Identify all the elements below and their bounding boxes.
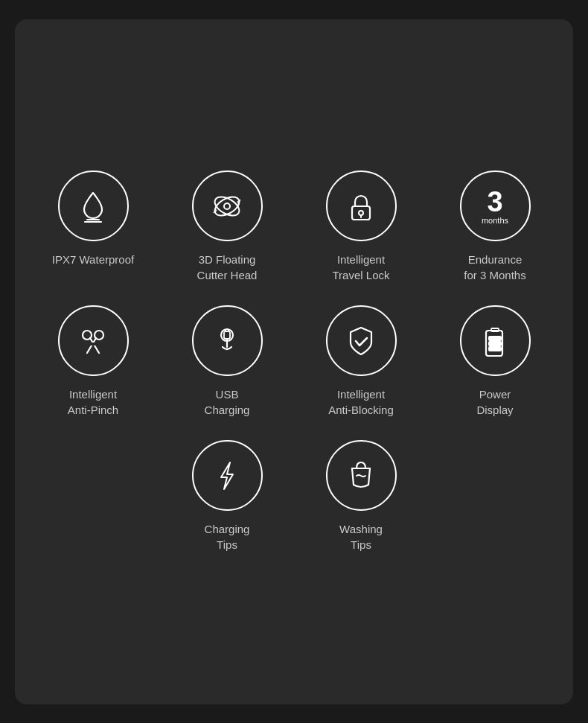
washing-tips-label: WashingTips <box>339 521 383 552</box>
usb-label: USBCharging <box>205 386 250 418</box>
charging-tips-label: ChargingTips <box>205 521 250 552</box>
svg-rect-20 <box>489 347 501 351</box>
ipx7-label: IPX7 Waterproof <box>52 252 134 267</box>
endurance-number: 3 <box>487 188 502 216</box>
shield-check-icon <box>342 322 380 360</box>
svg-rect-14 <box>224 331 230 339</box>
feature-charging-tips: ChargingTips <box>164 440 290 552</box>
feature-cutter: 3D FloatingCutter Head <box>164 171 290 283</box>
feature-endurance: 3 months Endurancefor 3 Months <box>432 171 558 283</box>
lock-label: IntelligentTravel Lock <box>333 252 390 283</box>
power-display-icon-circle <box>460 305 531 376</box>
svg-point-4 <box>224 203 230 209</box>
charging-tips-icon-circle <box>192 440 263 511</box>
main-card: IPX7 Waterproof 3D FloatingCutter Head <box>15 19 573 704</box>
feature-lock: IntelligentTravel Lock <box>298 171 424 283</box>
feature-grid-row3: ChargingTips WashingTips <box>30 440 558 552</box>
lightning-icon <box>208 456 246 495</box>
feature-anti-blocking: IntelligentAnti-Blocking <box>298 305 424 418</box>
feature-ipx7: IPX7 Waterproof <box>30 171 156 283</box>
waterproof-icon <box>74 187 112 226</box>
anti-pinch-icon-circle <box>58 305 129 376</box>
anti-pinch-label: IntelligentAnti-Pinch <box>68 386 118 418</box>
power-display-label: PowerDisplay <box>476 386 513 418</box>
washing-tips-icon-circle <box>326 440 397 511</box>
empty-col-4 <box>432 440 558 552</box>
cutter-label: 3D FloatingCutter Head <box>197 252 258 283</box>
feature-usb: USBCharging <box>164 305 290 418</box>
anti-blocking-label: IntelligentAnti-Blocking <box>328 386 394 418</box>
feature-grid-row1: IPX7 Waterproof 3D FloatingCutter Head <box>30 171 558 283</box>
lock-icon-circle <box>326 171 397 241</box>
cutter-icon <box>208 187 246 226</box>
feature-grid-row2: IntelligentAnti-Pinch USBCharging <box>30 305 558 418</box>
ipx7-icon-circle <box>58 171 129 241</box>
feature-power-display: PowerDisplay <box>432 305 558 418</box>
scissors-icon <box>74 322 112 360</box>
anti-blocking-icon-circle <box>326 305 397 376</box>
usb-icon-circle <box>192 305 263 376</box>
endurance-icon-circle: 3 months <box>460 171 531 241</box>
feature-anti-pinch: IntelligentAnti-Pinch <box>30 305 156 418</box>
svg-rect-22 <box>489 337 501 340</box>
cutter-icon-circle <box>192 171 263 241</box>
svg-rect-21 <box>489 342 501 345</box>
feature-washing-tips: WashingTips <box>298 440 424 552</box>
washing-icon <box>342 456 380 495</box>
lock-icon <box>342 187 380 226</box>
svg-point-3 <box>211 193 242 219</box>
endurance-months: months <box>482 216 508 225</box>
battery-icon <box>476 322 514 360</box>
svg-marker-23 <box>221 462 233 489</box>
endurance-label: Endurancefor 3 Months <box>464 252 525 283</box>
usb-icon <box>208 322 246 360</box>
empty-col-1 <box>30 440 156 552</box>
